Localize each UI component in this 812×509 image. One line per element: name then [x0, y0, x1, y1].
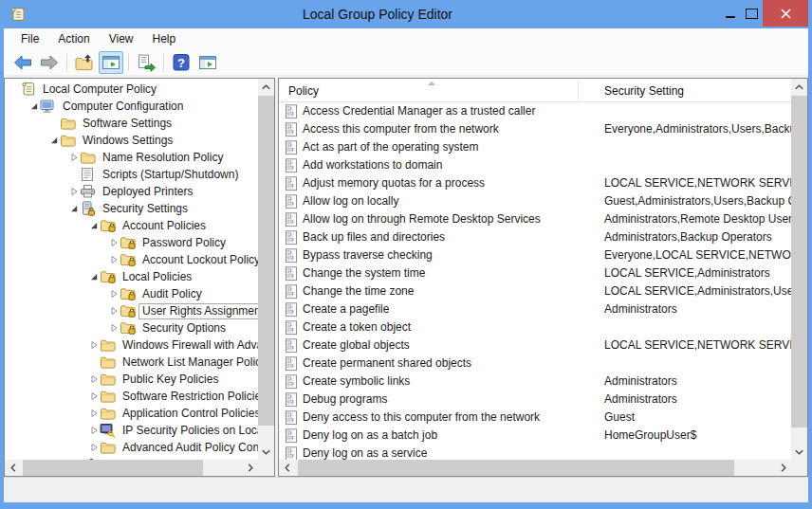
tree-item-software-restriction-policies[interactable]: Software Restriction Policies [5, 388, 258, 405]
tree-item-windows-firewall-with-advanc[interactable]: Windows Firewall with Advanc [5, 336, 258, 354]
expander-expanded-icon[interactable] [68, 204, 80, 213]
expander-collapsed-icon[interactable] [108, 255, 120, 264]
tree-item-network-list-manager-policies[interactable]: Network List Manager Policies [5, 354, 258, 371]
expander-expanded-icon[interactable] [28, 101, 40, 111]
tree-item-security-settings[interactable]: Security Settings [5, 200, 258, 217]
folder-icon [60, 133, 76, 148]
policy-row[interactable]: 10010Change the system timeLOCAL SERVICE… [279, 264, 791, 282]
menu-view[interactable]: View [100, 28, 143, 50]
new-window-button[interactable] [195, 51, 220, 74]
tree-item-application-control-policies[interactable]: Application Control Policies [5, 405, 258, 422]
export-list-button[interactable] [134, 51, 158, 74]
expander-collapsed-icon[interactable] [88, 443, 100, 452]
policy-row[interactable]: 10010Create symbolic linksAdministrators [279, 373, 791, 391]
tree-item-scripts-startup-shutdown[interactable]: Scripts (Startup/Shutdown) [5, 166, 258, 183]
policy-row[interactable]: 10010Access this computer from the netwo… [279, 120, 791, 138]
tree-item-account-lockout-policy[interactable]: Account Lockout Policy [5, 251, 258, 268]
folder-lock-icon [120, 286, 136, 301]
scroll-left-icon[interactable] [279, 460, 295, 476]
expander-collapsed-icon[interactable] [108, 323, 120, 333]
policy-row[interactable]: 10010Access Credential Manager as a trus… [279, 102, 791, 120]
help-button[interactable]: ? [169, 51, 194, 74]
up-one-level-button[interactable] [72, 51, 97, 74]
expander-expanded-icon[interactable] [88, 272, 100, 282]
policy-row[interactable]: 10010Deny log on as a service [279, 445, 791, 460]
policy-row[interactable]: 10010Create global objectsLOCAL SERVICE,… [279, 336, 791, 354]
scroll-right-icon[interactable] [242, 460, 258, 476]
expander-expanded-icon[interactable] [88, 221, 100, 230]
expander-collapsed-icon[interactable] [108, 306, 120, 316]
menu-file[interactable]: File [11, 28, 48, 50]
policy-row[interactable]: 10010Create permanent shared objects [279, 354, 791, 373]
tree-horizontal-scrollbar[interactable] [5, 460, 258, 476]
tree-item-advanced-audit-policy-configu[interactable]: Advanced Audit Policy Configu [5, 439, 258, 456]
expander-collapsed-icon[interactable] [68, 187, 80, 196]
policy-row[interactable]: 10010Change the time zoneLOCAL SERVICE,A… [279, 282, 791, 300]
tree-item-software-settings[interactable]: Software Settings [5, 115, 258, 132]
scroll-right-icon[interactable] [775, 460, 791, 476]
expander-collapsed-icon[interactable] [68, 153, 80, 162]
tree-item-password-policy[interactable]: Password Policy [5, 234, 258, 251]
expander-collapsed-icon[interactable] [108, 289, 120, 299]
tree-item-account-policies[interactable]: Account Policies [5, 217, 258, 234]
tree-item-local-policies[interactable]: Local Policies [5, 268, 258, 285]
help-icon: ? [171, 53, 192, 72]
policy-doc-icon: 10010 [285, 410, 298, 426]
tree-item-user-rights-assignment[interactable]: User Rights Assignment [5, 302, 258, 319]
column-header-security-setting[interactable]: Security Setting [604, 79, 684, 101]
scroll-up-icon[interactable] [258, 79, 274, 95]
expander-collapsed-icon[interactable] [88, 409, 100, 418]
close-button[interactable] [763, 0, 808, 27]
expander-collapsed-icon[interactable] [88, 391, 100, 401]
policy-row[interactable]: 10010Add workstations to domain [279, 156, 791, 174]
tree-item-public-key-policies[interactable]: Public Key Policies [5, 371, 258, 388]
scroll-up-icon[interactable] [791, 79, 807, 95]
tree-item-label: Security Settings [99, 201, 192, 217]
scroll-left-icon[interactable] [5, 460, 21, 476]
expander-expanded-icon[interactable] [48, 136, 60, 145]
list-vscroll-thumb[interactable] [791, 96, 807, 427]
menu-action[interactable]: Action [48, 28, 99, 50]
scroll-down-icon[interactable] [791, 444, 807, 460]
tree-item-name-resolution-policy[interactable]: Name Resolution Policy [5, 149, 258, 166]
policy-row[interactable]: 10010Deny log on as a batch jobHomeGroup… [279, 427, 791, 445]
titlebar[interactable]: Local Group Policy Editor [0, 0, 812, 28]
expander-collapsed-icon[interactable] [88, 340, 100, 350]
expander-collapsed-icon[interactable] [88, 426, 100, 435]
tree-item-ip-security-policies-on-local-co[interactable]: IP Security Policies on Local Co [5, 422, 258, 439]
column-divider[interactable] [578, 81, 579, 100]
back-button[interactable] [10, 51, 35, 74]
tree-item-security-options[interactable]: Security Options [5, 319, 258, 336]
maximize-button[interactable] [741, 0, 763, 27]
policy-row[interactable]: 10010Create a token object [279, 318, 791, 336]
policy-row[interactable]: 10010Create a pagefileAdministrators [279, 300, 791, 318]
tree-item-computer-configuration[interactable]: Computer Configuration [5, 98, 258, 115]
tree-vscroll-thumb[interactable] [258, 96, 274, 426]
policy-row[interactable]: 10010Debug programsAdministrators [279, 391, 791, 409]
policy-row[interactable]: 10010Deny access to this computer from t… [279, 409, 791, 427]
scroll-down-icon[interactable] [258, 444, 274, 460]
menu-help[interactable]: Help [143, 28, 186, 50]
folder-lock-icon [120, 320, 136, 336]
minimize-button[interactable] [719, 0, 741, 27]
tree-hscroll-thumb[interactable] [23, 460, 203, 476]
tree-item-deployed-printers[interactable]: Deployed Printers [5, 183, 258, 200]
tree-item-windows-settings[interactable]: Windows Settings [5, 132, 258, 149]
policy-row[interactable]: 10010Back up files and directoriesAdmini… [279, 228, 791, 246]
policy-row[interactable]: 10010Allow log on through Remote Desktop… [279, 210, 791, 228]
tree-item-audit-policy[interactable]: Audit Policy [5, 285, 258, 302]
tree-vertical-scrollbar[interactable] [258, 79, 274, 460]
expander-collapsed-icon[interactable] [108, 238, 120, 247]
list-horizontal-scrollbar[interactable] [279, 460, 791, 476]
list-hscroll-thumb[interactable] [298, 460, 734, 476]
policy-row[interactable]: 10010Allow log on locallyGuest,Administr… [279, 192, 791, 210]
policy-row[interactable]: 10010Bypass traverse checkingEveryone,LO… [279, 246, 791, 264]
policy-row[interactable]: 10010Adjust memory quotas for a processL… [279, 174, 791, 192]
tree-item-local-computer-policy[interactable]: Local Computer Policy [5, 81, 258, 98]
policy-row[interactable]: 10010Act as part of the operating system [279, 138, 791, 156]
forward-button[interactable] [37, 51, 62, 74]
column-header-policy[interactable]: Policy [288, 79, 319, 101]
show-console-tree-button[interactable] [99, 51, 123, 74]
list-vertical-scrollbar[interactable] [791, 79, 807, 460]
expander-collapsed-icon[interactable] [88, 374, 100, 384]
